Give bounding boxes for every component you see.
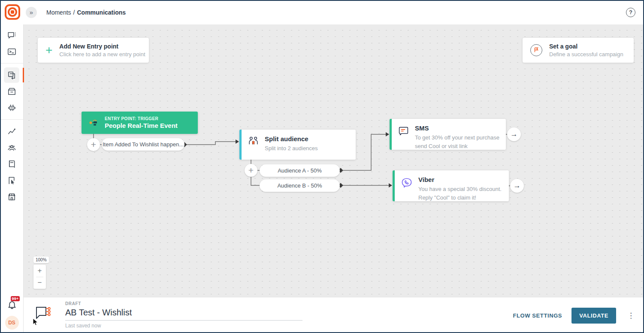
flow-name-input[interactable] xyxy=(65,308,302,321)
add-entry-point-card[interactable]: + Add New Entry point Click here to add … xyxy=(38,38,149,63)
breadcrumb: Moments / Communications xyxy=(46,0,126,24)
chevron-double-right-icon: » xyxy=(30,9,33,16)
viber-node-body: You have a special 30% discount. Reply "… xyxy=(418,185,503,202)
validate-button[interactable]: VALIDATE xyxy=(571,308,616,324)
goal-subtitle: Define a successful campaign xyxy=(549,51,623,58)
viber-next-step-button[interactable]: → xyxy=(510,179,524,193)
archive-box-icon xyxy=(7,87,17,97)
add-branch-button[interactable]: + xyxy=(245,164,257,177)
plus-icon: + xyxy=(45,45,52,56)
zoom-level: 100% xyxy=(33,257,49,263)
breadcrumb-parent[interactable]: Moments xyxy=(46,9,71,16)
sidebar-expand-button[interactable]: » xyxy=(26,7,37,18)
set-goal-card[interactable]: Set a goal Define a successful campaign xyxy=(523,38,634,63)
sidebar-item-people[interactable] xyxy=(0,139,24,156)
sidebar-bottom: 99+ DS xyxy=(0,300,24,330)
flow-canvas[interactable]: + Add New Entry point Click here to add … xyxy=(24,24,644,297)
zoom-out-button[interactable]: − xyxy=(33,277,46,289)
audience-a-pill[interactable]: Audience A - 50% xyxy=(260,164,340,177)
audience-b-pill[interactable]: Audience B - 50% xyxy=(260,179,340,192)
top-bar: » Moments / Communications ? xyxy=(0,0,644,24)
entry-node-title: People Real-Time Event xyxy=(105,122,178,129)
sidebar-item-storefront[interactable] xyxy=(0,188,24,205)
book-icon xyxy=(7,159,17,169)
infobip-logo-icon[interactable] xyxy=(5,4,20,20)
user-avatar[interactable]: DS xyxy=(5,316,19,330)
breadcrumb-current: Communications xyxy=(77,9,126,16)
sidebar-item-archive[interactable] xyxy=(0,83,24,100)
moments-flows-icon xyxy=(7,70,17,80)
sms-node[interactable]: SMS To get 30% off your next purchase se… xyxy=(390,119,506,150)
sidebar-item-knowledge[interactable] xyxy=(0,156,24,172)
zoom-in-button[interactable]: + xyxy=(33,265,46,277)
add-entry-subtitle: Click here to add a new entry point xyxy=(59,51,145,58)
notification-badge: 99+ xyxy=(11,296,20,301)
split-node-subtitle: Split into 2 audiences xyxy=(265,144,318,153)
viber-node-title: Viber xyxy=(418,176,503,183)
viber-node[interactable]: Viber You have a special 30% discount. R… xyxy=(393,170,509,201)
storefront-icon xyxy=(7,192,17,202)
realtime-event-icon xyxy=(88,118,99,128)
viber-icon xyxy=(401,177,413,189)
sidebar-item-conversations[interactable] xyxy=(0,27,24,43)
split-audience-node[interactable]: Split audience Split into 2 audiences xyxy=(239,130,356,160)
arrow-right-icon: → xyxy=(514,182,521,190)
sidebar-item-chatbot[interactable] xyxy=(0,100,24,116)
robot-icon xyxy=(7,103,17,113)
bottom-bar-actions: FLOW SETTINGS VALIDATE ⋮ xyxy=(513,297,636,333)
add-entry-title: Add New Entry point xyxy=(59,43,145,50)
split-audience-icon xyxy=(248,135,259,147)
split-node-title: Split audience xyxy=(265,135,318,142)
people-icon xyxy=(7,143,17,153)
sidebar-item-moments[interactable] xyxy=(0,67,24,83)
mouse-cursor xyxy=(32,318,39,327)
sms-icon xyxy=(398,125,409,137)
kebab-menu-icon[interactable]: ⋮ xyxy=(626,311,636,320)
bottom-bar: DRAFT Last saved now FLOW SETTINGS VALID… xyxy=(24,297,644,333)
status-badge: DRAFT xyxy=(65,301,302,306)
flag-cursor-icon xyxy=(7,176,17,185)
zoom-controls: + − xyxy=(33,265,46,289)
entry-node-kicker: ENTRY POINT: TRIGGER xyxy=(105,116,178,121)
line-chart-icon xyxy=(7,127,17,136)
goal-flag-icon xyxy=(530,44,542,56)
breadcrumb-separator: / xyxy=(73,9,75,16)
moments-flow-builder: » Moments / Communications ? xyxy=(0,0,644,333)
entry-point-node[interactable]: ENTRY POINT: TRIGGER People Real-Time Ev… xyxy=(82,112,198,134)
sms-next-step-button[interactable]: → xyxy=(507,127,521,141)
sidebar-divider xyxy=(0,119,23,120)
flow-connectors xyxy=(24,24,644,297)
terminal-icon xyxy=(7,47,17,57)
add-condition-button[interactable]: + xyxy=(87,138,100,151)
sms-node-body: To get 30% off your next purchase send C… xyxy=(415,133,500,151)
sidebar-item-forms[interactable] xyxy=(0,172,24,188)
sms-node-title: SMS xyxy=(415,124,500,132)
help-icon[interactable]: ? xyxy=(626,8,635,17)
sidebar-divider xyxy=(0,63,23,64)
goal-title: Set a goal xyxy=(549,43,623,50)
sidebar-nav: 99+ DS xyxy=(0,24,24,333)
chat-dots-icon xyxy=(7,30,17,40)
arrow-right-icon: → xyxy=(511,130,518,139)
flow-meta: DRAFT Last saved now xyxy=(65,301,302,329)
sidebar-item-analytics[interactable] xyxy=(0,123,24,139)
sidebar-item-terminal[interactable] xyxy=(0,43,24,60)
trigger-condition-pill[interactable]: Item Added To Wishlist happen... xyxy=(102,138,184,151)
last-saved-text: Last saved now xyxy=(65,323,302,329)
flow-settings-button[interactable]: FLOW SETTINGS xyxy=(513,312,562,319)
notifications-button[interactable]: 99+ xyxy=(6,300,18,311)
